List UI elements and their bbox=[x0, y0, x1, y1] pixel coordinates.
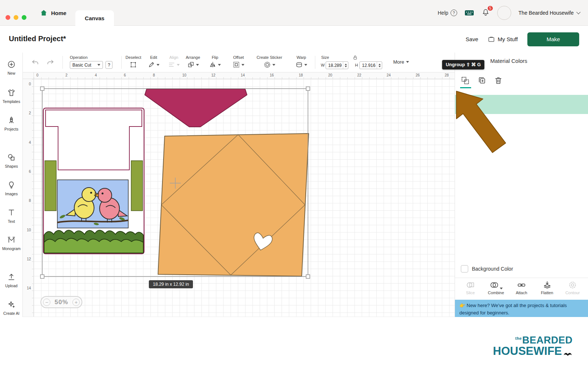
ruler-mark: 4 bbox=[95, 73, 97, 77]
ruler-mark: 0 bbox=[36, 73, 39, 77]
help-button[interactable]: Help ? bbox=[438, 10, 457, 16]
avatar[interactable] bbox=[497, 6, 511, 20]
operation-select[interactable]: Basic Cut bbox=[70, 61, 103, 69]
chevron-down-icon bbox=[304, 64, 307, 66]
logo-bearded: BEARDED bbox=[522, 335, 573, 346]
deselect-button[interactable]: Deselect bbox=[126, 55, 141, 68]
deselect-icon bbox=[130, 61, 137, 68]
width-value: 18.289 bbox=[326, 63, 343, 68]
save-button[interactable]: Save bbox=[466, 36, 478, 42]
maximize-window-button[interactable] bbox=[22, 15, 26, 20]
lock-icon[interactable] bbox=[352, 55, 358, 60]
warp-menu-button[interactable]: Warp bbox=[295, 55, 307, 68]
sidebar-item-shapes[interactable]: Shapes bbox=[0, 153, 23, 168]
sidebar-item-monogram[interactable]: Monogram bbox=[0, 235, 23, 251]
chevron-down-icon bbox=[576, 10, 580, 14]
envelope-shape[interactable] bbox=[158, 133, 309, 276]
canvas-artwork[interactable] bbox=[34, 79, 455, 317]
sidebar-item-text[interactable]: Text bbox=[0, 208, 23, 224]
trash-icon[interactable] bbox=[494, 76, 503, 85]
selection-handle[interactable] bbox=[306, 275, 310, 278]
ruler-mark: 2 bbox=[29, 111, 31, 115]
ruler-mark: 20 bbox=[328, 73, 332, 77]
redo-icon bbox=[46, 58, 55, 67]
edit-menu-button[interactable]: Edit bbox=[148, 55, 159, 68]
ruler-mark: 8 bbox=[29, 199, 31, 203]
align-menu-button[interactable]: Align bbox=[168, 55, 180, 68]
create-sticker-button[interactable]: Create Sticker bbox=[257, 55, 282, 68]
selection-handle[interactable] bbox=[40, 87, 44, 90]
undo-button[interactable] bbox=[31, 58, 40, 68]
sidebar-item-projects[interactable]: Projects bbox=[0, 116, 23, 131]
shapes-icon bbox=[7, 153, 16, 162]
beginner-notice-banner[interactable]: 👉 New here? We've got all the projects &… bbox=[455, 300, 588, 317]
width-input[interactable]: 18.289 bbox=[326, 61, 348, 69]
make-label: Make bbox=[546, 36, 560, 42]
contour-icon bbox=[568, 281, 577, 289]
edit-toolbar: Operation Basic Cut ? Deselect Edit Alig… bbox=[23, 53, 455, 72]
bottom-strip: theBEARDED HOUSEWIFE bbox=[0, 317, 588, 374]
design-canvas[interactable]: 0 2 4 6 8 10 12 14 16 18 20 22 24 26 28 … bbox=[23, 72, 455, 317]
sidebar-item-upload[interactable]: Upload bbox=[0, 273, 23, 288]
tab-canvas[interactable]: Canvas bbox=[75, 10, 114, 26]
height-label: H bbox=[355, 63, 358, 67]
card-top-tab bbox=[46, 110, 142, 170]
sidebar-item-images[interactable]: Images bbox=[0, 181, 23, 196]
flap-shape[interactable] bbox=[145, 89, 247, 127]
ruler-mark: 12 bbox=[211, 73, 215, 77]
chevron-down-icon bbox=[218, 64, 221, 66]
account-name: The Bearded Housewife bbox=[519, 10, 574, 16]
close-window-button[interactable] bbox=[6, 15, 10, 20]
arrange-icon bbox=[187, 61, 194, 68]
size-label: Size bbox=[321, 55, 329, 60]
undo-icon bbox=[31, 58, 40, 67]
background-color-checkbox[interactable] bbox=[461, 265, 468, 273]
height-value: 12.916 bbox=[360, 63, 377, 68]
page-title: Untitled Project* bbox=[9, 35, 66, 43]
notifications-button[interactable]: 5 bbox=[481, 8, 490, 18]
zoom-in-button[interactable]: + bbox=[72, 299, 80, 306]
my-stuff-button[interactable]: My Stuff bbox=[488, 36, 518, 43]
ruler-mark: 10 bbox=[27, 228, 31, 232]
sidebar-item-new[interactable]: New bbox=[0, 60, 23, 75]
align-label: Align bbox=[168, 55, 180, 60]
selection-handle[interactable] bbox=[40, 275, 44, 278]
lightbulb-icon bbox=[7, 181, 16, 189]
width-stepper[interactable] bbox=[343, 62, 348, 69]
slice-button[interactable]: Slice bbox=[459, 280, 482, 295]
height-stepper[interactable] bbox=[377, 62, 382, 69]
warp-icon bbox=[295, 61, 303, 68]
ungroup-icon[interactable] bbox=[461, 76, 470, 85]
combine-button[interactable]: Combine bbox=[484, 280, 508, 295]
vertical-ruler: 0 2 4 6 8 10 12 14 bbox=[23, 79, 34, 317]
sidebar-item-create-ai[interactable]: Create AI bbox=[0, 300, 23, 316]
keyboard-icon[interactable] bbox=[465, 9, 474, 17]
flip-icon bbox=[209, 61, 216, 68]
flip-menu-button[interactable]: Flip bbox=[209, 55, 221, 68]
notification-badge: 5 bbox=[488, 6, 493, 11]
my-stuff-label: My Stuff bbox=[498, 36, 518, 42]
attach-button[interactable]: Attach bbox=[510, 280, 533, 295]
zoom-out-button[interactable]: − bbox=[43, 299, 50, 306]
make-button[interactable]: Make bbox=[527, 32, 579, 46]
shirt-icon bbox=[7, 88, 16, 97]
more-menu-button[interactable]: More bbox=[393, 59, 409, 65]
arrange-menu-button[interactable]: Arrange bbox=[186, 55, 200, 68]
offset-menu-button[interactable]: Offset bbox=[233, 55, 244, 68]
redo-button[interactable] bbox=[46, 58, 55, 68]
sidebar-item-templates[interactable]: Templates bbox=[0, 88, 23, 104]
operation-help-button[interactable]: ? bbox=[105, 61, 112, 69]
ruler-mark: 12 bbox=[27, 257, 31, 261]
ruler-mark: 24 bbox=[387, 73, 391, 77]
contour-button[interactable]: Contour bbox=[561, 280, 584, 295]
pointing-hand-icon: 👉 bbox=[459, 303, 465, 308]
height-input[interactable]: 12.916 bbox=[359, 61, 382, 69]
minimize-window-button[interactable] bbox=[14, 15, 18, 20]
duplicate-icon[interactable] bbox=[477, 76, 486, 85]
flatten-button[interactable]: Flatten bbox=[535, 280, 559, 295]
account-menu[interactable]: The Bearded Housewife bbox=[519, 10, 580, 16]
selection-handle[interactable] bbox=[306, 87, 310, 90]
tab-home[interactable]: Home bbox=[40, 0, 67, 26]
card-shape[interactable] bbox=[43, 108, 144, 254]
ruler-mark: 14 bbox=[27, 286, 31, 290]
